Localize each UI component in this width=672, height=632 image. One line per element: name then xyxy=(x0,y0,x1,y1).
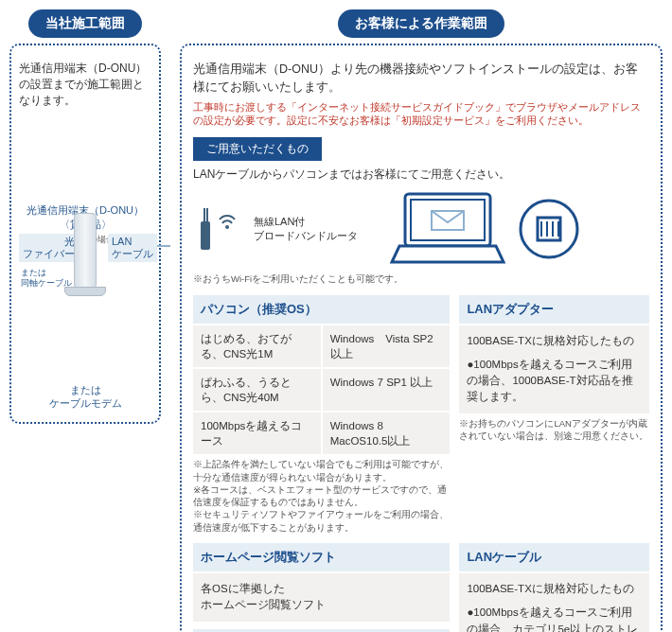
left-desc: 光通信用端末（D-ONU）の設置までが施工範囲となります。 xyxy=(19,61,151,109)
pc-head: パソコン（推奨OS） xyxy=(193,295,450,324)
laptop-icon xyxy=(386,186,509,272)
lancable-bullet: 100Mbpsを越えるコースご利用の場合、カテゴリ5e以上のストレートケーブルを… xyxy=(467,606,638,632)
svg-point-7 xyxy=(521,201,577,257)
browser-body: 各OSに準拠した ホームページ閲覧ソフト xyxy=(193,573,450,622)
right-desc: 光通信用端末（D-ONU）より先の機器接続やソフトインストールの設定は、お客様に… xyxy=(193,61,649,97)
router-label: 無線LAN付 ブロードバンドルータ xyxy=(254,215,358,242)
lanadapter-body: 100BASE-TXに規格対応したもの 100Mbpsを越えるコースご利用の場合… xyxy=(459,325,649,413)
pc-row-c2: Windows 8 MacOS10.5以上 xyxy=(323,413,451,454)
pc-row-c2: Windows Vista SP2 以上 xyxy=(323,325,451,367)
svg-point-3 xyxy=(225,225,229,229)
router-icon xyxy=(193,201,250,257)
lanadapter-bullet: 100Mbpsを越えるコースご利用の場合、1000BASE-T対応品を推奨します… xyxy=(467,359,632,403)
wifi-note: ※おうちWi-Fiをご利用いただくことも可能です。 xyxy=(193,273,649,286)
right-warning: 工事時にお渡しする「インターネット接続サービスガイドブック」でブラウザやメールア… xyxy=(193,100,649,128)
or-coax-label: または 同軸ケーブル xyxy=(21,268,72,289)
lan-label: LAN ケーブル xyxy=(108,234,157,262)
pc-notes: ※上記条件を満たしていない場合でもご利用は可能ですが、十分な通信速度が得られない… xyxy=(193,458,450,534)
pc-row-c1: はじめる、おてがる、CNS光1M xyxy=(193,325,321,367)
lancable-head: LANケーブル xyxy=(459,543,649,571)
pc-row-c1: 100Mbpsを越えるコース xyxy=(193,413,321,454)
donu-device-icon xyxy=(74,213,97,289)
pc-table: はじめる、おてがる、CNS光1M Windows Vista SP2 以上 ぱわ… xyxy=(193,325,450,455)
lancable-line1: 100BASE-TXに規格対応したもの xyxy=(467,581,642,597)
lanadapter-line1: 100BASE-TXに規格対応したもの xyxy=(467,333,642,349)
lanadapter-head: LANアダプター xyxy=(459,295,649,324)
left-panel: 光通信用端末（D-ONU）の設置までが施工範囲となります。 光 ファイバー また… xyxy=(9,44,161,424)
donu-base-icon xyxy=(64,287,106,296)
browser-head: ホームページ閲覧ソフト xyxy=(193,543,450,571)
svg-rect-0 xyxy=(201,221,210,250)
or-modem-label: または ケーブルモデム xyxy=(19,383,151,411)
mail-head: 電子メールソフト xyxy=(193,629,450,632)
lanadapter-note: ※お持ちのパソコンにLANアダプターが内蔵されていない場合は、別途ご用意ください… xyxy=(459,417,649,443)
fiber-label: 光 ファイバー xyxy=(19,234,79,262)
left-panel-title: 当社施工範囲 xyxy=(28,9,142,38)
pc-row-c1: ぱわふる、うるとら、CNS光40M xyxy=(193,369,321,411)
device-illustration: 光 ファイバー または 同軸ケーブル LAN ケーブル 光通信用端末（D-ONU… xyxy=(19,203,151,374)
prepare-text: LANケーブルからパソコンまではお客様にてご用意ください。 xyxy=(193,167,649,183)
lan-chip-icon xyxy=(519,199,579,259)
pc-row-c2: Windows 7 SP1 以上 xyxy=(323,369,451,411)
right-panel-title: お客様による作業範囲 xyxy=(338,9,504,38)
prepare-title: ご用意いただくもの xyxy=(193,137,322,161)
lancable-body: 100BASE-TXに規格対応したもの 100Mbpsを越えるコースご利用の場合… xyxy=(459,573,649,632)
svg-rect-5 xyxy=(411,200,485,240)
right-panel: 光通信用端末（D-ONU）より先の機器接続やソフトインストールの設定は、お客様に… xyxy=(180,44,663,632)
